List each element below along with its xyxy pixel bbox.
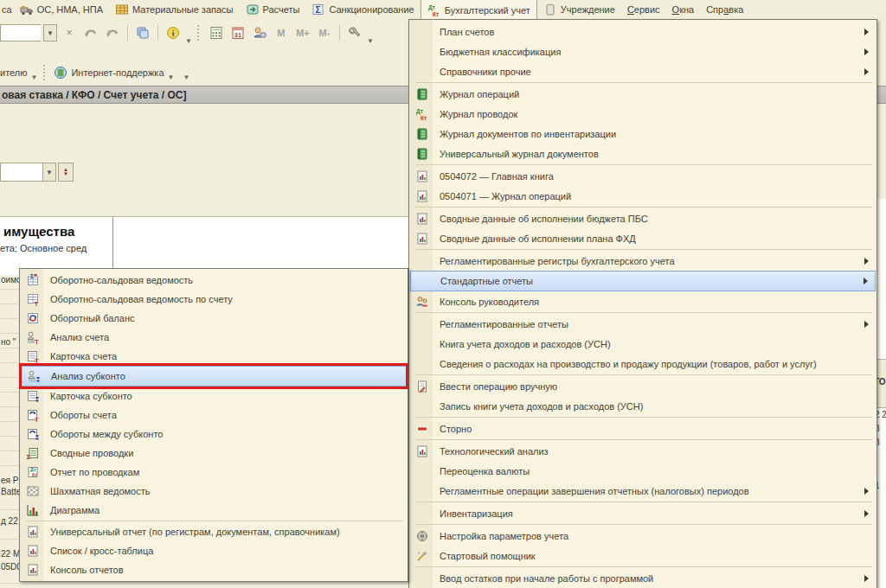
dtkt-icon: ДтКт bbox=[410, 107, 433, 121]
menu-item-zhurnal-provodok[interactable]: ДтКтЖурнал проводок bbox=[410, 104, 876, 124]
menu-label: Сервис bbox=[627, 4, 660, 15]
spinner-control[interactable]: ▲▼ bbox=[58, 163, 74, 182]
menu-item-0504071-zhurnal-operaciy[interactable]: 0504071 — Журнал операций bbox=[410, 186, 876, 206]
left-button-dropdown-icon[interactable]: ▼ bbox=[30, 74, 37, 83]
menu-item-storno[interactable]: Сторно bbox=[410, 419, 876, 438]
menu-label: Учреждение bbox=[561, 4, 615, 15]
menu-item-svedeniya-o-rashodah[interactable]: Сведения о расходах на производство и пр… bbox=[410, 354, 876, 374]
menu-label: Справка bbox=[706, 4, 743, 15]
toolbar-combo-input[interactable] bbox=[0, 24, 41, 42]
memory-m-button[interactable]: M bbox=[272, 28, 291, 38]
menu-uchrezhdenie[interactable]: Учреждение bbox=[537, 0, 621, 19]
account-turnovers-icon: Т bbox=[21, 408, 44, 422]
back-icon[interactable] bbox=[81, 23, 100, 42]
menu-item-spravochniki[interactable]: Справочники прочие bbox=[410, 61, 876, 81]
submenu-item-oborotnyj-balans[interactable]: Оборотный баланс bbox=[21, 309, 407, 328]
forward-icon[interactable] bbox=[103, 23, 122, 42]
extra-dropdown-icon[interactable]: ▼ bbox=[183, 74, 189, 83]
user-permissions-icon[interactable] bbox=[250, 23, 269, 42]
combo-dropdown-icon[interactable]: ▼ bbox=[43, 24, 57, 42]
journal-icon bbox=[410, 127, 433, 141]
submenu-item-osv-po-schetu[interactable]: ТОборотно-сальдовая ведомость по счету bbox=[21, 290, 407, 309]
menu-servis[interactable]: Сервис bbox=[621, 0, 666, 19]
internet-support-button[interactable]: Интернет-поддержка bbox=[71, 67, 164, 78]
submenu-item-oboroty-scheta[interactable]: ТОбороты счета bbox=[21, 406, 407, 425]
menu-item-0504072-glavnaya-kniga[interactable]: 0504072 — Главная книга bbox=[410, 166, 876, 186]
menu-item-svodnye-fhd[interactable]: Сводные данные об исполнении плана ФХД bbox=[410, 228, 876, 248]
menu-material-stocks[interactable]: Материальные запасы bbox=[109, 0, 240, 19]
menu-item-tehnologicheskiy-analiz[interactable]: Технологический анализ bbox=[410, 441, 876, 461]
top-menu-bar: са ОС, НМА, НПАМатериальные запасыРасчет… bbox=[0, 0, 886, 19]
submenu-item-shahmatnaya-vedomost[interactable]: Шахматная ведомость bbox=[21, 482, 407, 501]
service-dropdown-icon[interactable]: ▼ bbox=[367, 37, 374, 47]
report-icon bbox=[21, 544, 44, 558]
calculator-icon[interactable] bbox=[207, 23, 226, 42]
menu-item-konsol-rukovoditelya[interactable]: Консоль руководителя bbox=[410, 291, 876, 311]
menu-item-label: План счетов bbox=[433, 27, 864, 37]
menu-item-zhurnal-inventarizacii[interactable]: Журнал документов по инвентаризации bbox=[410, 124, 876, 144]
submenu-item-analiz-scheta[interactable]: ТАнализ счета bbox=[21, 328, 407, 347]
submenu-item-kartochka-scheta[interactable]: ТКарточка счета bbox=[21, 347, 407, 366]
submenu-arrow-icon bbox=[864, 68, 869, 75]
submenu-item-kartochka-subkonto[interactable]: Карточка субконто bbox=[21, 387, 407, 406]
menu-item-pereocenka-valyuty[interactable]: Переоценка валюты bbox=[410, 461, 876, 481]
submenu-item-analiz-subkonto[interactable]: Анализ субконто bbox=[21, 366, 407, 387]
copy-windows-icon[interactable] bbox=[133, 23, 152, 42]
menu-item-reglament-otchety[interactable]: Регламентированные отчеты bbox=[410, 314, 876, 334]
menu-separator bbox=[415, 207, 872, 208]
menu-item-reglament-registry[interactable]: Регламентированные регистры бухгалтерско… bbox=[410, 251, 876, 271]
menu-item-label: Сводные данные об исполнении плана ФХД bbox=[433, 233, 876, 244]
report-icon bbox=[410, 212, 433, 226]
submenu-item-spisok-kross-tablica[interactable]: Список / кросс-таблица bbox=[21, 541, 407, 560]
menu-os-nma-npa[interactable]: ОС, НМА, НПА bbox=[14, 0, 109, 19]
info-icon[interactable]: i bbox=[164, 23, 183, 42]
clear-icon[interactable]: × bbox=[60, 23, 79, 42]
summary-postings-icon: Σ bbox=[21, 446, 44, 460]
menu-item-startovyj-pomoshchnik[interactable]: Стартовый помощник bbox=[410, 546, 876, 566]
filter-combo-input[interactable] bbox=[0, 163, 42, 182]
menu-item-kniga-ucheta-usn[interactable]: Книга учета доходов и расходов (УСН) bbox=[410, 334, 876, 354]
info-dropdown-icon[interactable]: ▼ bbox=[185, 37, 192, 47]
filter-combo-dropdown-icon[interactable]: ▼ bbox=[42, 163, 56, 182]
menu-item-zhurnal-operaciy[interactable]: Журнал операций bbox=[410, 84, 876, 104]
menu-item-reglamentnye-operacii[interactable]: Регламентные операции завершения отчетны… bbox=[410, 481, 876, 501]
svg-text:Σ: Σ bbox=[26, 453, 30, 460]
menu-item-label: Консоль отчетов bbox=[44, 565, 407, 575]
menu-spravka[interactable]: Справка bbox=[700, 0, 749, 19]
menu-raschety[interactable]: Расчеты bbox=[240, 0, 306, 19]
left-button-fragment[interactable]: ителю bbox=[0, 67, 27, 78]
menu-item-budget-classification[interactable]: Бюджетная классификация bbox=[410, 42, 876, 61]
submenu-item-svodnye-provodki[interactable]: ΣСводные проводки bbox=[21, 444, 407, 463]
menu-item-vvod-ostatkov[interactable]: Ввод остатков при начале работы с програ… bbox=[410, 568, 876, 588]
menu-item-label: Ввод остатков при начале работы с програ… bbox=[433, 573, 864, 584]
menu-item-inventarizaciya[interactable]: Инвентаризация bbox=[410, 503, 876, 523]
submenu-arrow-icon bbox=[864, 510, 869, 517]
internet-support-dropdown-icon[interactable]: ▼ bbox=[168, 74, 175, 83]
menu-item-label: Переоценка валюты bbox=[433, 466, 876, 476]
calendar-icon[interactable]: 31 bbox=[228, 23, 247, 42]
menu-item-zapis-knigi-usn[interactable]: Запись книги учета доходов и расходов (У… bbox=[410, 396, 876, 416]
menu-item-nastrojka-parametrov[interactable]: Настройка параметров учета bbox=[410, 526, 876, 546]
left-table-fragment: Batte bbox=[1, 487, 21, 496]
menu-item-standartnye-otchety[interactable]: Стандартные отчеты bbox=[410, 271, 876, 291]
menu-item-plan-schetov[interactable]: План счетов bbox=[410, 22, 876, 42]
report-icon bbox=[410, 444, 433, 458]
menu-separator bbox=[26, 521, 403, 521]
memory-mminus-button[interactable]: M- bbox=[315, 28, 334, 38]
memory-mplus-button[interactable]: M+ bbox=[293, 28, 312, 38]
menu-okna[interactable]: Окна bbox=[666, 0, 701, 19]
submenu-item-konsol-otchetov[interactable]: Консоль отчетов bbox=[21, 560, 407, 579]
submenu-item-osv[interactable]: ΣОборотно-сальдовая ведомость bbox=[21, 271, 407, 290]
submenu-item-oboroty-mezhdu-subkonto[interactable]: Обороты между субконто bbox=[21, 425, 407, 444]
svg-text:Т: Т bbox=[35, 339, 39, 345]
menu-item-svodnye-pbs[interactable]: Сводные данные об исполнении бюджета ПБС bbox=[410, 208, 876, 228]
submenu-item-universalnyj-otchet[interactable]: Универсальный отчет (по регистрам, докум… bbox=[21, 522, 407, 541]
submenu-item-otchet-po-provodkam[interactable]: ДтКтОтчет по проводкам bbox=[21, 463, 407, 482]
menu-sanktsionirovanie[interactable]: ΣСанкционирование bbox=[305, 0, 420, 19]
menu-item-universalnyj-zhurnal[interactable]: Универсальный журнал документов bbox=[410, 144, 876, 163]
service-wrench-icon[interactable] bbox=[345, 23, 364, 42]
menu-item-vvesti-operaciyu[interactable]: Ввести операцию вручную bbox=[410, 376, 876, 396]
submenu-item-diagramma[interactable]: Диаграмма bbox=[21, 501, 407, 520]
diagram-icon bbox=[21, 503, 44, 517]
menu-buhgalterskiy-uchet[interactable]: ДтКтБухгалтерский учет bbox=[421, 0, 537, 20]
